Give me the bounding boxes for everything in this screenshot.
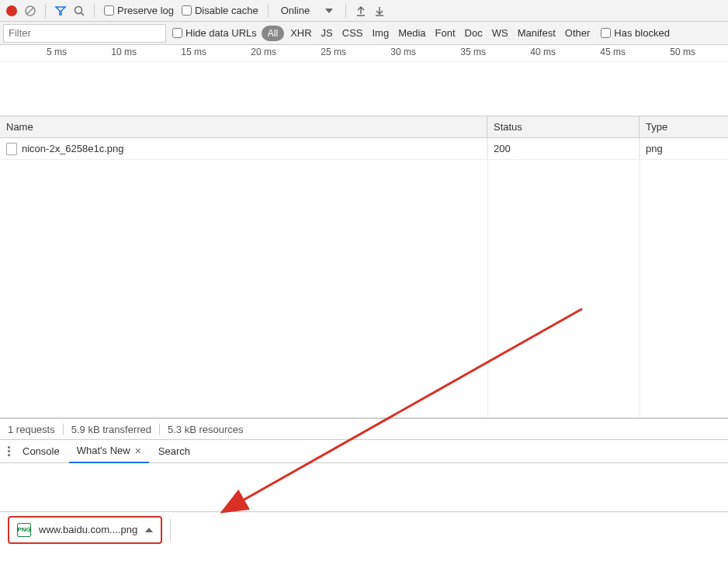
throttling-value: Online [281,5,310,16]
tab-search[interactable]: Search [151,441,198,462]
more-tabs-button[interactable] [5,443,13,459]
disable-cache-label: Disable cache [195,5,258,16]
tab-search-label: Search [158,445,190,457]
col-divider [640,138,640,417]
type-filter-xhr[interactable]: XHR [286,27,316,39]
timeline-tick: 10 ms [111,47,137,57]
hide-data-urls-label: Hide data URLs [185,27,257,39]
file-icon [6,143,17,155]
svg-point-2 [75,6,82,13]
type-filter-css[interactable]: CSS [338,27,368,39]
col-header-name[interactable]: Name [0,116,487,137]
download-chip[interactable]: PNG www.baidu.com....png [8,516,162,544]
ban-icon [24,5,36,17]
timeline-tick: 50 ms [670,47,695,57]
tab-whats-new[interactable]: What's New × [69,440,149,463]
col-header-status[interactable]: Status [487,116,640,137]
timeline-tick: 5 ms [47,47,67,57]
timeline[interactable]: 5 ms 10 ms 15 ms 20 ms 25 ms 30 ms 35 ms… [0,45,728,116]
search-icon [73,5,85,17]
summary-transferred: 5.9 kB transferred [64,424,160,435]
tab-whats-new-label: What's New [77,445,130,456]
download-shelf: PNG www.baidu.com....png [0,511,728,547]
drawer-tabs: Console What's New × Search [0,440,728,463]
timeline-ruler: 5 ms 10 ms 15 ms 20 ms 25 ms 30 ms 35 ms… [0,45,728,62]
has-blocked-label: Has blocked [614,27,670,39]
has-blocked-input[interactable] [601,28,611,38]
chevron-up-icon [145,528,153,532]
type-filter-js[interactable]: JS [317,27,338,39]
network-toolbar: Preserve log Disable cache Online [0,0,728,22]
hide-data-urls-checkbox[interactable]: Hide data URLs [169,27,260,39]
funnel-icon [54,5,67,17]
divider [170,519,171,541]
preserve-log-input[interactable] [104,5,114,16]
divider [345,4,346,18]
cell-name: nicon-2x_6258e1c.png [0,138,487,159]
type-filter-img[interactable]: Img [367,27,393,39]
dropdown-icon [325,9,333,13]
timeline-tick: 15 ms [181,47,206,57]
requests-table: Name Status Type nicon-2x_6258e1c.png 20… [0,116,728,418]
preserve-log-checkbox[interactable]: Preserve log [101,5,177,16]
timeline-tick: 40 ms [530,47,556,57]
timeline-tick: 25 ms [321,47,346,57]
summary-requests: 1 requests [8,424,64,435]
type-filter-font[interactable]: Font [431,27,460,39]
download-filename: www.baidu.com....png [39,524,137,535]
cell-type: png [640,138,728,159]
type-filter-ws[interactable]: WS [487,27,513,39]
timeline-tick: 45 ms [600,47,626,57]
col-header-type[interactable]: Type [640,116,728,137]
record-button[interactable] [3,2,20,19]
tab-console-label: Console [23,445,60,457]
disable-cache-input[interactable] [182,5,192,16]
filter-input[interactable] [3,24,166,43]
download-icon [373,5,386,17]
download-har-button[interactable] [371,2,388,19]
type-filter-doc[interactable]: Doc [460,27,487,39]
type-filter-other[interactable]: Other [560,27,595,39]
upload-har-button[interactable] [352,2,369,19]
type-filter-all[interactable]: All [262,26,284,41]
divider [94,4,95,18]
disable-cache-checkbox[interactable]: Disable cache [179,5,262,16]
table-header: Name Status Type [0,116,728,138]
type-filter-manifest[interactable]: Manifest [513,27,560,39]
summary-resources: 5.3 kB resources [160,424,251,435]
timeline-tick: 30 ms [390,47,416,57]
preserve-log-label: Preserve log [117,5,174,16]
filter-bar: Hide data URLs All XHR JS CSS Img Media … [0,22,728,45]
summary-bar: 1 requests 5.9 kB transferred 5.3 kB res… [0,418,728,440]
search-toggle[interactable] [71,2,88,19]
close-icon[interactable]: × [135,445,141,457]
upload-icon [355,5,367,17]
table-body: nicon-2x_6258e1c.png 200 png [0,138,728,417]
divider [268,4,269,18]
tab-console[interactable]: Console [15,441,68,462]
clear-button[interactable] [22,2,39,19]
table-row[interactable]: nicon-2x_6258e1c.png 200 png [0,138,728,160]
cell-status: 200 [487,138,640,159]
timeline-tick: 35 ms [460,47,486,57]
svg-line-1 [27,8,33,14]
col-divider [487,138,488,417]
timeline-tick: 20 ms [251,47,276,57]
request-name: nicon-2x_6258e1c.png [22,143,124,154]
filter-toggle[interactable] [52,2,69,19]
divider [45,4,46,18]
svg-line-3 [81,12,85,16]
has-blocked-checkbox[interactable]: Has blocked [598,27,673,39]
hide-data-urls-input[interactable] [172,28,182,38]
throttling-select[interactable]: Online [275,5,340,16]
png-file-icon: PNG [17,523,31,537]
type-filter-media[interactable]: Media [393,27,430,39]
